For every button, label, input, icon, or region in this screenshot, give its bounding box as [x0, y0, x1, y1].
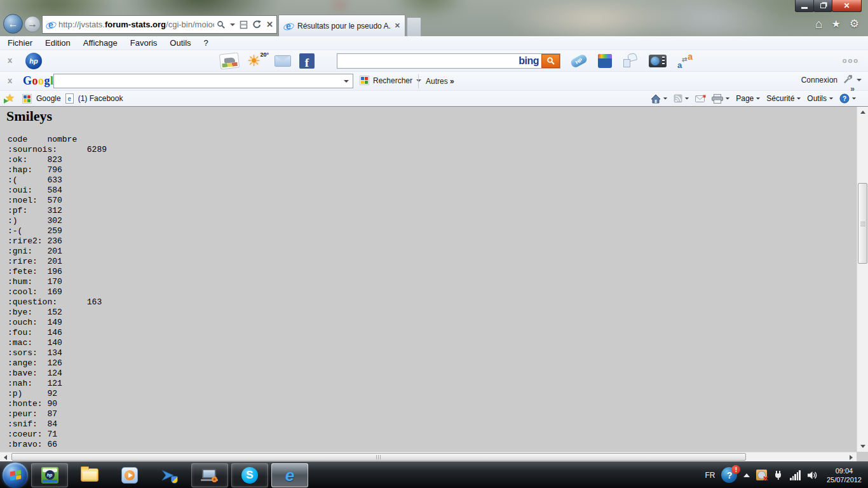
minimize-button[interactable] [795, 0, 814, 12]
tools-menu-button[interactable]: Outils [807, 94, 834, 103]
security-menu-button[interactable]: Sécurité [766, 94, 801, 103]
hp-deals-tag-icon[interactable]: HP [569, 53, 588, 69]
volume-icon[interactable] [807, 470, 818, 480]
refresh-icon[interactable] [252, 20, 262, 29]
menu-affichage[interactable]: Affichage [77, 37, 124, 49]
taskbar-ie-button[interactable]: e [271, 463, 308, 487]
show-hidden-icons-button[interactable] [743, 473, 750, 477]
google-search-input[interactable] [54, 74, 344, 88]
start-button[interactable] [3, 463, 28, 488]
browser-tab-active[interactable]: e Résultats pour le pseudo A... ✕ [278, 15, 405, 36]
uac-shield-icon [171, 476, 178, 484]
chevron-down-icon[interactable] [230, 24, 235, 26]
translate-icon[interactable]: aa⇄ [677, 53, 693, 69]
action-center-icon[interactable]: ?! [721, 467, 737, 483]
bing-search-input[interactable] [337, 54, 519, 68]
page-menu-button[interactable]: Page [736, 94, 761, 103]
print-button[interactable] [712, 94, 730, 104]
google-search-button[interactable]: Rechercher [360, 76, 421, 85]
home-button[interactable] [651, 94, 668, 104]
feeds-button[interactable] [674, 94, 689, 103]
hp-toolbar-close-button[interactable]: x [8, 55, 12, 65]
add-favorite-icon[interactable]: ★ [5, 93, 18, 104]
chevron-down-icon[interactable] [685, 97, 689, 99]
thumbs-up-icon[interactable] [623, 53, 638, 69]
ie-tab-favicon: e [283, 21, 294, 31]
favorites-star-icon[interactable]: ★ [831, 19, 840, 29]
scroll-down-button[interactable] [857, 441, 868, 452]
taskbar-media-player-button[interactable] [111, 463, 148, 487]
page-content: Smileys code nombre :sournois: 6289 :ok:… [0, 107, 868, 452]
hp-logo-icon[interactable]: hp [25, 53, 42, 69]
menu-favoris[interactable]: Favoris [124, 37, 164, 49]
chevron-down-icon [829, 97, 833, 99]
taskbar-clock[interactable]: 09:04 25/07/2012 [824, 466, 864, 484]
translate-letter-top: a [688, 51, 693, 62]
chevron-down-icon[interactable] [344, 80, 349, 83]
scroll-up-button[interactable] [857, 107, 868, 118]
url-text[interactable]: http://jvstats.forum-stats.org/cgi-bin/m… [58, 20, 214, 29]
compatibility-view-icon[interactable] [240, 20, 248, 29]
chevron-down-icon[interactable] [416, 79, 421, 82]
taskbar-photo-app-button[interactable] [191, 463, 228, 487]
menu-edition[interactable]: Edition [39, 37, 77, 49]
google-toolbar: x Google Rechercher Autres » Connexion [0, 71, 868, 90]
wrench-icon[interactable] [842, 75, 852, 85]
maximize-button[interactable] [813, 0, 832, 12]
google-more-button[interactable]: Autres » [426, 77, 454, 86]
taskbar-hp-games-button[interactable]: hp [31, 463, 68, 487]
horizontal-scrollbar-thumb[interactable] [11, 453, 746, 461]
toolbar-overflow-dots[interactable]: ooo [843, 57, 859, 64]
forward-button[interactable]: → [24, 16, 41, 32]
menu-help[interactable]: ? [198, 37, 215, 49]
tools-gear-icon[interactable]: ⚙ [850, 18, 859, 29]
alert-badge: ! [731, 465, 740, 474]
back-button[interactable]: ← [3, 14, 23, 34]
clock-date: 25/07/2012 [827, 476, 862, 484]
scroll-right-button[interactable] [846, 452, 857, 462]
home-icon[interactable]: ⌂ [815, 18, 822, 30]
triangle-up-icon [860, 111, 865, 114]
chevron-down-icon [756, 97, 760, 99]
vertical-scrollbar-thumb[interactable] [858, 183, 867, 264]
favorite-google[interactable]: Google [36, 94, 61, 103]
taskbar-skype-button[interactable]: S [231, 463, 268, 487]
media-player-icon [121, 467, 138, 484]
search-icon[interactable] [217, 20, 226, 29]
read-mail-button[interactable] [695, 95, 706, 103]
maps-traffic-icon[interactable] [219, 52, 240, 69]
close-button[interactable]: ✕ [832, 0, 862, 12]
google-search-label: Rechercher [373, 76, 412, 85]
weather-icon[interactable]: ☀20° [247, 53, 266, 69]
favorite-facebook[interactable]: (1) Facebook [78, 94, 123, 103]
tab-close-icon[interactable]: ✕ [395, 22, 400, 30]
chevron-down-icon[interactable] [726, 97, 729, 99]
address-bar[interactable]: e http://jvstats.forum-stats.org/cgi-bin… [42, 15, 277, 34]
taskbar-media-center-button[interactable] [151, 463, 188, 487]
vertical-scrollbar[interactable] [857, 107, 868, 452]
language-indicator[interactable]: FR [705, 471, 715, 480]
mail-envelope-icon[interactable] [275, 55, 291, 67]
taskbar-explorer-button[interactable] [71, 463, 108, 487]
facebook-icon[interactable]: f [299, 53, 315, 69]
overflow-chevron-icon[interactable]: » [850, 85, 855, 93]
network-error-icon[interactable]: ✕ [756, 470, 767, 480]
horizontal-scrollbar[interactable] [0, 452, 857, 461]
google-signin-link[interactable]: Connexion [801, 76, 837, 85]
windows-taskbar: hp S e FR ?! ✕ 09:04 25/07/2012 [0, 461, 868, 488]
stop-icon[interactable]: ✕ [266, 20, 273, 29]
video-film-icon[interactable] [649, 55, 667, 67]
maximize-icon [820, 3, 826, 8]
scroll-left-button[interactable] [0, 452, 11, 462]
bing-search-button[interactable] [541, 54, 560, 68]
google-toolbar-close-button[interactable]: x [8, 76, 12, 85]
power-plug-icon[interactable] [773, 470, 783, 480]
menu-fichier[interactable]: Fichier [1, 37, 39, 49]
help-menu-button[interactable]: ? [839, 93, 857, 104]
menu-outils[interactable]: Outils [163, 37, 197, 49]
snapfish-box-icon[interactable] [598, 54, 612, 68]
chevron-down-icon[interactable] [857, 79, 862, 81]
new-tab-button[interactable] [407, 17, 421, 36]
network-signal-icon[interactable] [790, 470, 801, 480]
chevron-down-icon[interactable] [663, 97, 667, 99]
